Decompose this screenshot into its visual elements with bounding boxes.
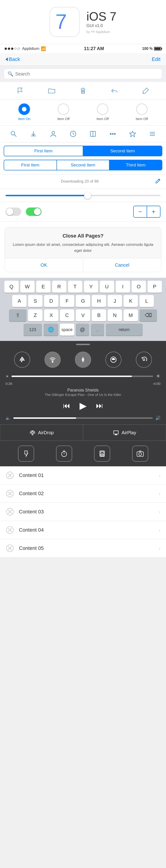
star-icon[interactable] [128,129,138,139]
radio-item-4[interactable]: Item Off [136,103,148,121]
list-item-2[interactable]: Content 02 › [0,485,166,503]
search-bar[interactable]: 🔍 [4,68,162,79]
slider-track[interactable] [5,195,161,196]
list-item-3[interactable]: Content 03 › [0,503,166,521]
radio-circle-2[interactable] [58,103,69,115]
gui-version: GUI v1.0 [87,23,117,28]
compose-icon[interactable] [141,86,151,96]
key-R[interactable]: R [52,281,66,293]
key-J[interactable]: J [108,295,122,307]
radio-item-3[interactable]: Item Off [97,103,109,121]
radio-circle-3[interactable] [97,103,108,115]
key-N[interactable]: N [108,309,122,321]
radio-item-2[interactable]: Item Off [57,103,70,121]
flag-icon[interactable] [15,86,25,96]
key-U[interactable]: U [100,281,114,293]
flashlight-button[interactable] [18,445,34,462]
folder-icon[interactable] [46,86,57,96]
airdrop-button[interactable]: AirDrop [0,425,83,441]
key-T[interactable]: T [68,281,82,293]
airplay-button[interactable]: AirPlay [83,425,166,441]
key-period[interactable]: . [91,324,104,336]
radio-item-1[interactable]: Item On [18,103,30,121]
key-F[interactable]: F [60,295,74,307]
key-shift[interactable]: ⇧ [9,309,27,321]
list-item-1[interactable]: Content 01 › [0,466,166,485]
key-space[interactable]: space [60,324,74,336]
key-W[interactable]: W [20,281,35,293]
key-G[interactable]: G [76,295,90,307]
key-A[interactable]: A [12,295,27,307]
key-H[interactable]: H [92,295,106,307]
key-K[interactable]: K [124,295,138,307]
magnify-icon[interactable] [8,129,19,139]
seg1-item-1[interactable]: First Item [4,146,83,156]
fast-forward-button[interactable]: ⏭ [96,401,103,410]
stepper-minus-button[interactable]: − [134,206,146,217]
svg-point-28 [139,453,141,456]
keyboard-row-2: A S D F G H J K L [2,295,164,307]
screen-rotation-button[interactable] [136,351,152,368]
download-icon[interactable] [28,129,38,139]
key-at[interactable]: @ [76,324,89,336]
rewind-button[interactable]: ⏮ [63,401,70,410]
search-input[interactable] [15,71,158,76]
person-icon[interactable] [48,129,58,139]
status-left: Applidium 📶 [5,46,46,51]
key-P[interactable]: P [147,281,162,293]
radio-circle-1[interactable] [19,103,30,115]
key-Y[interactable]: Y [84,281,98,293]
stepper-plus-button[interactable]: + [147,206,160,217]
more-icon[interactable] [108,129,118,139]
battery-percent: 100 % [142,46,153,51]
bluetooth-button[interactable] [75,351,91,368]
brightness-slider[interactable] [11,376,153,377]
key-V[interactable]: V [76,309,90,321]
seg2-item-1[interactable]: First Item [4,160,57,170]
key-E[interactable]: E [36,281,51,293]
key-I[interactable]: I [116,281,130,293]
toggle-on[interactable] [26,208,41,216]
key-Q[interactable]: Q [4,281,19,293]
key-C[interactable]: C [60,309,74,321]
key-S[interactable]: S [28,295,42,307]
do-not-disturb-button[interactable] [105,351,122,368]
clock-icon[interactable] [68,129,78,139]
play-button[interactable]: ▶ [79,400,87,411]
key-O[interactable]: O [132,281,146,293]
airplane-mode-button[interactable] [14,351,30,368]
edit-progress-button[interactable] [155,178,161,185]
calculator-button[interactable] [94,445,110,462]
seg1-item-2[interactable]: Second Item [83,146,162,156]
slider-thumb[interactable] [84,192,91,199]
list-icon[interactable] [147,129,158,139]
toggle-off[interactable] [5,208,21,216]
key-return[interactable]: return [106,324,143,336]
key-123[interactable]: 123 [24,324,42,336]
edit-button[interactable]: Edit [152,56,161,62]
timer-button[interactable] [56,445,72,462]
alert-cancel-button[interactable]: Cancel [83,258,161,272]
radio-circle-4[interactable] [136,103,147,115]
volume-slider[interactable] [13,417,153,419]
camera-button[interactable] [132,445,148,462]
key-globe[interactable]: 🌐 [43,324,58,336]
key-X[interactable]: X [44,309,58,321]
reply-icon[interactable] [109,86,120,96]
key-Z[interactable]: Z [28,309,42,321]
alert-ok-button[interactable]: OK [5,258,83,272]
key-D[interactable]: D [44,295,58,307]
book-icon[interactable] [88,129,98,139]
list-item-4[interactable]: Content 04 › [0,521,166,539]
key-backspace[interactable]: ⌫ [139,309,157,321]
list-item-5[interactable]: Content 05 › [0,539,166,558]
back-button[interactable]: Back [5,56,20,62]
trash-icon[interactable] [78,86,88,96]
wifi-toggle-button[interactable] [44,351,61,368]
key-M[interactable]: M [124,309,138,321]
seg2-item-2[interactable]: Second Item [57,160,109,170]
key-L[interactable]: L [139,295,154,307]
airdrop-airplay-row: AirDrop AirPlay [0,424,166,441]
key-B[interactable]: B [92,309,106,321]
seg2-item-3[interactable]: Third Item [109,160,162,170]
